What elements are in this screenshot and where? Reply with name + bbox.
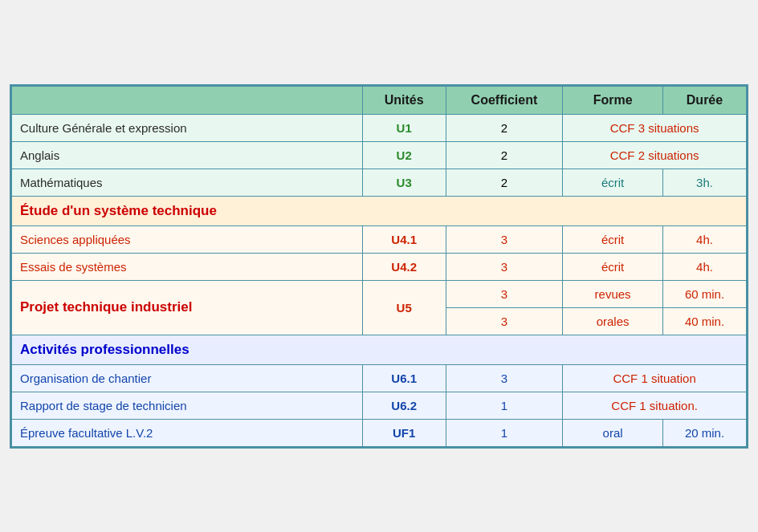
table-header-row: Unités Coefficient Forme Durée xyxy=(12,86,747,114)
forme-cell: écrit xyxy=(563,225,663,253)
units-cell: U4.1 xyxy=(362,225,446,253)
forme-cell: orales xyxy=(563,307,663,335)
forme-cell: écrit xyxy=(563,253,663,280)
duree-cell: 60 min. xyxy=(663,280,747,307)
duree-cell: 3h. xyxy=(663,169,747,196)
subject-cell: Organisation de chantier xyxy=(12,364,363,392)
subject-cell: Épreuve facultative L.V.2 xyxy=(12,419,363,446)
forme-cell: revues xyxy=(563,280,663,307)
subject-cell: Culture Générale et expression xyxy=(12,114,363,141)
units-cell: U3 xyxy=(362,169,446,196)
forme-cell: CCF 2 situations xyxy=(563,141,747,169)
coeff-cell: 3 xyxy=(446,364,563,392)
forme-cell: écrit xyxy=(563,169,663,196)
table-row: MathématiquesU32écrit3h. xyxy=(12,169,747,196)
coeff-cell: 3 xyxy=(446,253,563,280)
header-coefficient: Coefficient xyxy=(446,86,563,114)
units-cell: U1 xyxy=(362,114,446,141)
table-row: Activités professionnelles xyxy=(12,335,747,364)
forme-cell: CCF 3 situations xyxy=(563,114,747,141)
header-subject xyxy=(12,86,363,114)
forme-cell: CCF 1 situation. xyxy=(563,392,747,419)
coeff-cell: 3 xyxy=(446,280,563,307)
header-units: Unités xyxy=(362,86,446,114)
table-row: Essais de systèmesU4.23écrit4h. xyxy=(12,253,747,280)
curriculum-table: Unités Coefficient Forme Durée Culture G… xyxy=(11,86,747,447)
units-cell: U5 xyxy=(362,280,446,335)
table-body: Culture Générale et expressionU12CCF 3 s… xyxy=(12,114,747,446)
coeff-cell: 3 xyxy=(446,307,563,335)
table-row: Rapport de stage de technicienU6.21CCF 1… xyxy=(12,392,747,419)
forme-cell: oral xyxy=(563,419,663,446)
subject-cell: Sciences appliquées xyxy=(12,225,363,253)
coeff-cell: 3 xyxy=(446,225,563,253)
coeff-cell: 2 xyxy=(446,141,563,169)
units-cell: U2 xyxy=(362,141,446,169)
coeff-cell: 2 xyxy=(446,169,563,196)
coeff-cell: 1 xyxy=(446,392,563,419)
table-row: Projet technique industrielU53revues60 m… xyxy=(12,280,747,307)
table-row: Organisation de chantierU6.13CCF 1 situa… xyxy=(12,364,747,392)
coeff-cell: 1 xyxy=(446,419,563,446)
subject-cell: Mathématiques xyxy=(12,169,363,196)
coeff-cell: 2 xyxy=(446,114,563,141)
table-row: Épreuve facultative L.V.2UF11oral20 min. xyxy=(12,419,747,446)
subject-cell: Anglais xyxy=(12,141,363,169)
table-row: Étude d'un système technique xyxy=(12,196,747,225)
units-cell: U6.1 xyxy=(362,364,446,392)
table-row: Culture Générale et expressionU12CCF 3 s… xyxy=(12,114,747,141)
duree-cell: 4h. xyxy=(663,225,747,253)
duree-cell: 40 min. xyxy=(663,307,747,335)
duree-cell: 20 min. xyxy=(663,419,747,446)
header-forme: Forme xyxy=(563,86,663,114)
subject-cell: Essais de systèmes xyxy=(12,253,363,280)
forme-cell: CCF 1 situation xyxy=(563,364,747,392)
subject-cell: Rapport de stage de technicien xyxy=(12,392,363,419)
units-cell: U6.2 xyxy=(362,392,446,419)
table-row: AnglaisU22CCF 2 situations xyxy=(12,141,747,169)
section-header-cell: Activités professionnelles xyxy=(12,335,747,364)
duree-cell: 4h. xyxy=(663,253,747,280)
section-header-cell: Étude d'un système technique xyxy=(12,196,747,225)
header-duree: Durée xyxy=(663,86,747,114)
subject-cell: Projet technique industriel xyxy=(12,280,363,335)
units-cell: UF1 xyxy=(362,419,446,446)
units-cell: U4.2 xyxy=(362,253,446,280)
table-row: Sciences appliquéesU4.13écrit4h. xyxy=(12,225,747,253)
main-table-container: Unités Coefficient Forme Durée Culture G… xyxy=(10,84,748,449)
